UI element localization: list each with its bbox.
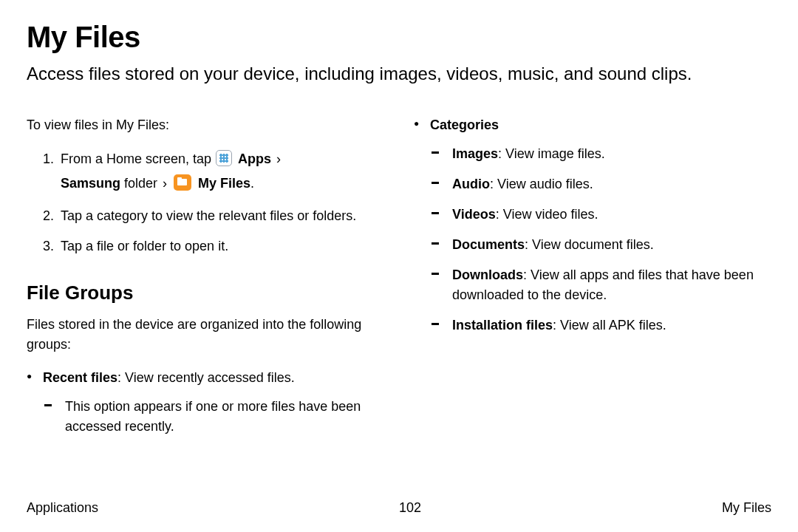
folder-word: folder bbox=[120, 176, 161, 191]
categories-label: Categories bbox=[430, 117, 499, 132]
file-groups-list: Recent files: View recently accessed fil… bbox=[27, 368, 384, 437]
footer-right: My Files bbox=[722, 500, 771, 516]
page-subtitle: Access files stored on your device, incl… bbox=[27, 61, 751, 87]
cat-downloads-label: Downloads bbox=[452, 267, 523, 282]
steps-list: From a Home screen, tap Apps › Samsung f… bbox=[27, 147, 384, 257]
left-column: To view files in My Files: From a Home s… bbox=[27, 115, 384, 448]
cat-images-desc: : View image files. bbox=[498, 146, 605, 161]
content-columns: To view files in My Files: From a Home s… bbox=[27, 115, 771, 448]
cat-audio-label: Audio bbox=[452, 177, 490, 191]
cat-audio-desc: : View audio files. bbox=[490, 177, 593, 191]
step-2: Tap a category to view the relevant file… bbox=[58, 206, 384, 226]
myfiles-label: My Files bbox=[198, 176, 250, 191]
step1-prefix: From a Home screen, tap bbox=[61, 151, 215, 166]
cat-docs-label: Documents bbox=[452, 237, 525, 252]
intro-line: To view files in My Files: bbox=[27, 115, 384, 135]
chevron-icon: › bbox=[161, 176, 172, 191]
step-1: From a Home screen, tap Apps › Samsung f… bbox=[58, 147, 384, 197]
right-column: Categories Images: View image files. Aud… bbox=[414, 115, 771, 448]
samsung-label: Samsung bbox=[61, 176, 120, 191]
cat-install-label: Installation files bbox=[452, 318, 553, 332]
cat-videos-desc: : View video files. bbox=[496, 207, 598, 222]
recent-files-desc: : View recently accessed files. bbox=[117, 370, 295, 385]
cat-installation: Installation files: View all APK files. bbox=[452, 316, 771, 335]
categories-item: Categories Images: View image files. Aud… bbox=[430, 115, 771, 335]
cat-documents: Documents: View document files. bbox=[452, 235, 771, 255]
recent-sublist: This option appears if one or more files… bbox=[43, 397, 384, 437]
chevron-icon: › bbox=[271, 151, 282, 166]
categories-list: Categories Images: View image files. Aud… bbox=[414, 115, 771, 335]
footer-page-number: 102 bbox=[399, 500, 421, 516]
cat-videos-label: Videos bbox=[452, 207, 496, 222]
cat-docs-desc: : View document files. bbox=[525, 237, 654, 252]
footer-left: Applications bbox=[27, 500, 98, 516]
folder-icon bbox=[174, 174, 191, 191]
categories-sublist: Images: View image files. Audio: View au… bbox=[430, 144, 771, 335]
recent-sub-item: This option appears if one or more files… bbox=[65, 397, 384, 437]
cat-images-label: Images bbox=[452, 146, 498, 161]
recent-files-label: Recent files bbox=[43, 370, 117, 385]
file-groups-heading: File Groups bbox=[27, 279, 384, 307]
page-footer: Applications 102 My Files bbox=[27, 500, 771, 516]
recent-files-item: Recent files: View recently accessed fil… bbox=[43, 368, 384, 437]
cat-audio: Audio: View audio files. bbox=[452, 174, 771, 194]
file-groups-intro: Files stored in the device are organized… bbox=[27, 315, 384, 355]
cat-install-desc: : View all APK files. bbox=[553, 318, 666, 332]
cat-images: Images: View image files. bbox=[452, 144, 771, 164]
cat-videos: Videos: View video files. bbox=[452, 205, 771, 225]
page-title: My Files bbox=[27, 21, 771, 54]
apps-label: Apps bbox=[238, 151, 271, 166]
period: . bbox=[250, 176, 254, 191]
apps-icon bbox=[216, 150, 232, 166]
step-3: Tap a file or folder to open it. bbox=[58, 236, 384, 256]
cat-downloads: Downloads: View all apps and files that … bbox=[452, 265, 771, 305]
